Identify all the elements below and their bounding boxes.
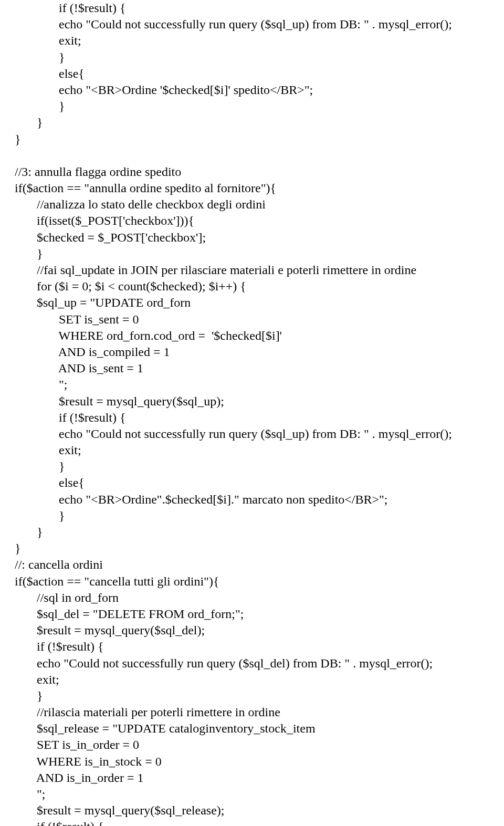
code-line: SET is_sent = 0 [15,311,489,328]
code-line: "; [15,786,489,802]
code-line: //analizza lo stato delle checkbox degli… [15,196,489,213]
code-line: } [15,98,489,114]
code-line: } [15,458,489,475]
code-line: } [15,688,489,704]
code-line: } [15,114,489,131]
code-line: AND is_in_order = 1 [15,770,489,786]
code-line: } [15,524,489,540]
code-line: echo "<BR>Ordine".$checked[$i]." marcato… [15,492,489,508]
code-line: SET is_in_order = 0 [15,737,489,753]
code-line: } [15,246,489,262]
code-line: $checked = $_POST['checkbox']; [15,229,489,246]
code-line: exit; [15,33,489,49]
code-line: } [15,131,489,148]
code-line: AND is_sent = 1 [15,360,489,377]
code-line: //: cancella ordini [15,557,489,573]
code-line: else{ [15,66,489,82]
code-document: if (!$result) { echo "Could not successf… [0,0,504,826]
code-line: $result = mysql_query($sql_del); [15,622,489,639]
code-line [15,148,489,164]
code-line: if (!$result) { [15,0,489,16]
code-line: $sql_release = "UPDATE cataloginventory_… [15,720,489,737]
code-line: $result = mysql_query($sql_release); [15,802,489,819]
code-line: exit; [15,442,489,458]
code-line: "; [15,377,489,393]
code-line: echo "Could not successfully run query (… [15,655,489,672]
code-line: WHERE ord_forn.cod_ord = '$checked[$i]' [15,328,489,344]
code-line: if (!$result) { [15,410,489,426]
code-line: WHERE is_in_stock = 0 [15,754,489,770]
code-line: //sql in ord_forn [15,590,489,606]
code-line: $result = mysql_query($sql_up); [15,393,489,410]
code-line: //3: annulla flagga ordine spedito [15,164,489,180]
code-line: //fai sql_update in JOIN per rilasciare … [15,262,489,278]
code-line: AND is_compiled = 1 [15,344,489,360]
code-line: $sql_del = "DELETE FROM ord_forn;"; [15,606,489,622]
code-line: else{ [15,475,489,491]
code-line: exit; [15,672,489,688]
code-line: if($action == "annulla ordine spedito al… [15,180,489,196]
code-line: } [15,49,489,66]
code-line: echo "Could not successfully run query (… [15,426,489,442]
code-line: if(isset($_POST['checkbox'])){ [15,213,489,229]
code-line: echo "<BR>Ordine '$checked[$i]' spedito<… [15,82,489,98]
code-line: echo "Could not successfully run query (… [15,16,489,33]
code-line: if (!$result) { [15,819,489,826]
code-line: if (!$result) { [15,639,489,655]
code-line: $sql_up = "UPDATE ord_forn [15,295,489,311]
code-line: if($action == "cancella tutti gli ordini… [15,573,489,590]
code-line: } [15,540,489,557]
code-line: for ($i = 0; $i < count($checked); $i++)… [15,278,489,295]
code-line: //rilascia materiali per poterli rimette… [15,704,489,720]
code-line: } [15,508,489,524]
